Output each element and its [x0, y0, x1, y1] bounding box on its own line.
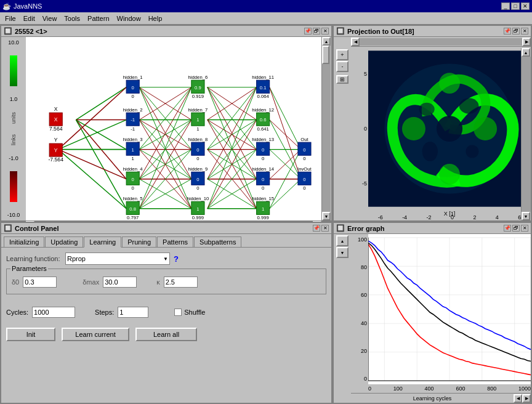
svg-text:hidden_10: hidden_10 [187, 196, 209, 201]
proj-scroll-htrack[interactable] [360, 38, 522, 46]
learn-current-button[interactable]: Learn current [62, 328, 129, 341]
control-close-button[interactable]: ✕ [321, 225, 329, 232]
tab-initializing[interactable]: Initializing [4, 236, 44, 247]
d0-input[interactable] [23, 277, 57, 288]
learning-tab-content: Learning function: Rprop ▼ ? Parameters … [1, 247, 331, 350]
svg-text:-7.564: -7.564 [48, 156, 63, 163]
error-pin-button[interactable]: 📌 [504, 225, 511, 232]
error-close-button[interactable]: ✕ [521, 225, 528, 232]
menu-pattern[interactable]: Pattern [84, 14, 113, 23]
projection-title: 🔲 Projection to Out[18] [336, 27, 414, 35]
proj-close-button[interactable]: ✕ [521, 28, 528, 34]
legend-mid-val: 1.0 [10, 96, 18, 102]
svg-text:0: 0 [196, 156, 199, 161]
zoom-out-button[interactable]: - [336, 61, 349, 72]
control-title-text: Control Panel [15, 225, 59, 232]
scroll-up-button[interactable]: ▲ [322, 37, 331, 46]
tab-learning[interactable]: Learning [84, 236, 121, 248]
learning-function-select[interactable]: Rprop ▼ [65, 252, 170, 265]
proj-scroll-right[interactable]: ▶ [522, 38, 531, 46]
nn-pin-button[interactable]: 📌 [304, 28, 312, 34]
projection-icon: 🔲 [336, 27, 345, 35]
control-pin-button[interactable]: 📌 [313, 225, 320, 232]
menu-window[interactable]: Window [113, 14, 145, 23]
proj-scroll-up[interactable]: ▲ [522, 48, 530, 57]
scroll-thumb[interactable] [322, 46, 329, 64]
init-button[interactable]: Init [6, 328, 55, 341]
tab-patterns[interactable]: Patterns [157, 236, 193, 247]
menu-file[interactable]: File [1, 14, 20, 23]
menu-view[interactable]: View [39, 14, 61, 23]
projection-content: + - ⊞ ◀ ▶ 5 0 -5 [334, 37, 531, 220]
error-zoom-up[interactable]: ▲ [336, 235, 349, 246]
nn-close-button[interactable]: ✕ [321, 28, 329, 34]
scroll-down-button[interactable]: ▼ [322, 212, 331, 220]
proj-pin-button[interactable]: 📌 [504, 28, 511, 34]
kappa-input[interactable] [164, 277, 198, 288]
legend-green-bar [10, 55, 17, 86]
proj-image-container: -6 -4 -2 0 2 4 6 [368, 47, 531, 211]
error-controls[interactable]: 📌 🗗 ✕ [504, 225, 528, 232]
learn-all-button[interactable]: Learn all [135, 328, 197, 341]
nn-panel-controls[interactable]: 📌 🗗 ✕ [304, 28, 329, 34]
error-zoom-down[interactable]: ▼ [336, 247, 349, 258]
parameters-group: Parameters δ0 δmax κ [6, 269, 326, 294]
projection-canvas-area: 5 0 -5 [351, 47, 531, 211]
error-scroll-left[interactable]: ◀ [514, 394, 522, 403]
menu-tools[interactable]: Tools [60, 14, 84, 23]
svg-point-151 [422, 142, 438, 161]
params-legend-label: Parameters [10, 265, 48, 272]
error-title-text: Error graph [347, 225, 385, 232]
proj-scrollbar-v[interactable]: ▲ ▼ [521, 48, 531, 220]
tab-subpatterns[interactable]: Subpatterns [194, 236, 241, 247]
svg-text:0: 0 [196, 177, 199, 182]
menu-help[interactable]: Help [145, 14, 166, 23]
kappa-label: κ [156, 278, 160, 286]
cycles-steps-row: Cycles: Steps: Shuffle [6, 307, 326, 318]
grid-button[interactable]: ⊞ [336, 75, 349, 84]
svg-text:1: 1 [196, 206, 199, 212]
nn-scrollbar-v[interactable]: ▲ ▼ [321, 37, 331, 220]
svg-text:0: 0 [132, 85, 134, 91]
steps-input[interactable] [118, 307, 148, 318]
nn-icon: 🔲 [4, 27, 12, 35]
control-panel-controls[interactable]: 📌 ✕ [313, 225, 329, 232]
proj-scroll-down[interactable]: ▼ [522, 212, 530, 220]
title-bar-controls[interactable]: _ □ ✕ [501, 2, 530, 10]
svg-text:hidden_8: hidden_8 [188, 137, 208, 142]
tab-updating[interactable]: Updating [45, 236, 83, 247]
maximize-button[interactable]: □ [511, 2, 520, 10]
menu-edit[interactable]: Edit [20, 14, 39, 23]
minimize-button[interactable]: _ [501, 2, 510, 10]
error-scroll-right[interactable]: ▶ [522, 394, 531, 403]
tab-pruning[interactable]: Pruning [122, 236, 156, 247]
close-button[interactable]: ✕ [521, 2, 530, 10]
cycles-input[interactable] [32, 307, 75, 318]
svg-text:0: 0 [262, 185, 264, 191]
error-x-labels: 0 100 400 600 800 1000 [368, 384, 531, 393]
learning-function-row: Learning function: Rprop ▼ ? [6, 252, 326, 265]
nn-restore-button[interactable]: 🗗 [313, 28, 320, 34]
zoom-in-button[interactable]: + [336, 49, 349, 60]
svg-text:-1: -1 [131, 117, 135, 123]
nn-legend: 10.0 1.0 units links -1.0 -10.0 [1, 37, 26, 220]
proj-restore-button[interactable]: 🗗 [512, 28, 520, 34]
error-restore-button[interactable]: 🗗 [512, 225, 520, 232]
shuffle-checkbox[interactable] [174, 309, 182, 316]
legend-links-label: links [10, 134, 17, 145]
nn-panel-title-bar: 🔲 25552 <1> 📌 🗗 ✕ [1, 26, 331, 37]
projection-controls[interactable]: 📌 🗗 ✕ [504, 28, 528, 34]
help-icon[interactable]: ? [174, 254, 179, 264]
scroll-track[interactable] [322, 46, 331, 212]
error-icon: 🔲 [336, 224, 345, 232]
svg-text:0.1: 0.1 [260, 85, 267, 91]
cycles-label: Cycles: [6, 309, 28, 316]
proj-v-track[interactable] [522, 57, 531, 212]
svg-text:hidden_5: hidden_5 [123, 196, 143, 201]
proj-scroll-left[interactable]: ◀ [351, 38, 360, 46]
svg-text:-1: -1 [131, 126, 135, 132]
projection-side-toolbar: + - ⊞ [334, 48, 351, 85]
svg-text:0.064: 0.064 [257, 94, 270, 99]
dmax-input[interactable] [103, 277, 137, 288]
svg-text:0.999: 0.999 [257, 215, 269, 220]
